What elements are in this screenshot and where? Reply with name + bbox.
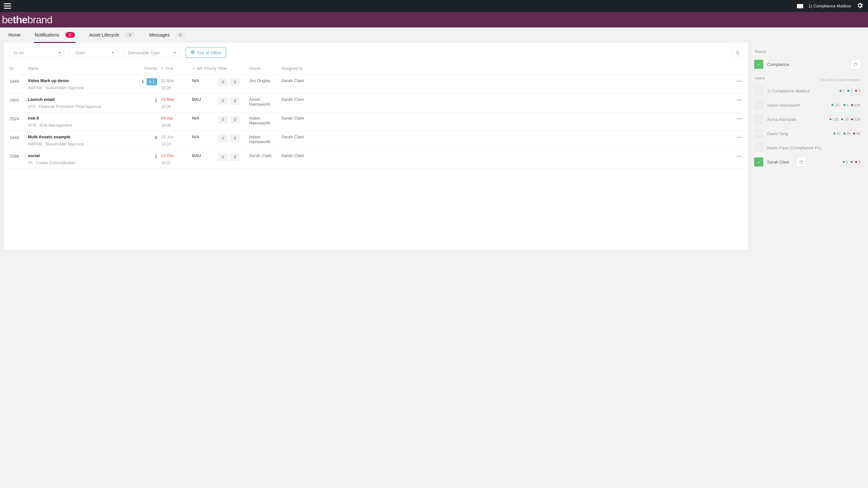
table-row[interactable]: 2524 risk 8 VCRRisk Management 04 Apr 18… [4,112,748,131]
team-select[interactable]: Team [70,47,118,58]
row-actions-icon[interactable]: ••• [726,134,742,140]
col-assigned[interactable]: Assigned to [281,66,330,71]
users-hint: Ctrl-click to select multiple [819,78,860,82]
row-code: VTA [28,104,35,109]
table-row[interactable]: 1848 Multi Assets example AWFANStakehold… [4,131,748,150]
row-id: 1848 [10,134,28,140]
col-time[interactable]: Time [218,66,249,71]
row-assigned: Sarah Clark [281,153,330,158]
col-due[interactable]: Due [161,66,192,71]
user-row[interactable]: 1) Compliance Mailbox 7 1 6 [754,84,860,98]
user-row[interactable]: David Tang 62 25 58 [754,126,860,140]
row-due: 12 Oct 10:22 [161,153,192,165]
tab-asset-lifecycle[interactable]: Asset Lifecycle 0 [89,28,135,43]
time-pill-a: 0 [218,78,228,86]
row-due: 04 Apr 18:00 [161,116,192,128]
user-row[interactable]: Adam Hainsworth 247 5 224 [754,98,860,112]
user-tick[interactable] [754,86,763,95]
col-id[interactable]: ID [10,66,28,71]
col-owner[interactable]: Owner [249,66,281,71]
table-body: 1849 Video Mark up demo AWFANStakeholder… [4,75,748,169]
row-name-cell: social TACreate CommsBuilder [28,153,138,165]
search-icon [736,51,740,55]
settings-gear-icon[interactable] [856,2,864,10]
flag-uk-icon[interactable] [797,4,803,8]
tab-notifications[interactable]: Notifications 5 [34,28,75,43]
teams-title: Teams [754,50,860,54]
col-name[interactable]: Name [28,66,138,71]
time-pill-b: 0 [230,153,240,161]
col-wf-priority[interactable]: WF Priority [192,66,218,71]
row-actions-icon[interactable]: ••• [726,97,742,102]
user-name: Asma Alshayeb [767,117,796,122]
calendar-icon [799,160,803,164]
row-actions-icon[interactable]: ••• [726,78,742,84]
row-priority: 1 [138,153,161,159]
asset-lifecycle-count-badge: 0 [125,32,135,38]
row-time: 0 0 [218,116,249,124]
row-actions-icon[interactable]: ••• [726,116,742,121]
users-title: Users [754,76,765,80]
row-wf-priority: N/A [192,116,218,121]
row-title: Launch email [28,97,138,102]
out-of-office-button[interactable]: Out of Office [186,47,226,58]
row-wf-priority: N/A [192,134,218,139]
time-pill-a: 0 [218,134,228,142]
team-calendar-button[interactable] [850,60,860,69]
user-tick[interactable] [754,143,763,152]
row-subtype: Financial Promotion Final Approval [38,104,101,109]
row-title: risk 8 [28,116,138,121]
tab-home[interactable]: Home [8,28,21,43]
row-time: 0 0 [218,153,249,161]
row-title: social [28,153,138,158]
user-tick[interactable] [754,157,763,166]
col-priority[interactable]: Priority [138,66,161,71]
team-tick[interactable] [754,60,763,69]
user-row[interactable]: Sarah Clark 5 3 [754,155,860,169]
check-icon [757,103,761,107]
main-tabs: Home Notifications 5 Asset Lifecycle 0 M… [0,28,868,43]
no-entry-icon [190,50,195,55]
top-bar: 1) Compliance Mailbox [0,0,868,12]
table-row[interactable]: 1801 Launch email VTAFinancial Promotion… [4,94,748,112]
notifications-panel: To do Team Deliverable Type Out of Offic… [4,43,748,250]
row-subtype: Stakeholder Approval [45,86,84,90]
time-pill-a: 0 [218,97,228,105]
user-tick[interactable] [754,129,763,138]
row-assigned: Sarah Clark [281,97,330,102]
row-owner: Jes Ongley [249,78,281,83]
row-time: 0 0 [218,78,249,86]
current-user-label[interactable]: 1) Compliance Mailbox [808,4,851,8]
hamburger-menu-icon[interactable] [0,3,15,9]
row-wf-priority: BAU [192,153,218,158]
user-name: 1) Compliance Mailbox [767,89,810,93]
user-row[interactable]: Asma Alshayeb 135 16 129 [754,112,860,126]
user-name: Karen Faux (Compliance FA) [767,145,822,150]
row-time: 0 0 [218,134,249,142]
status-select[interactable]: To do [9,47,65,58]
table-row[interactable]: 2596 social TACreate CommsBuilder 1 12 O… [4,150,748,169]
user-calendar-button[interactable] [797,157,806,167]
row-name-cell: Video Mark up demo AWFANStakeholder Appr… [28,78,138,90]
filters-row: To do Team Deliverable Type Out of Offic… [4,43,748,62]
deliverable-type-select[interactable]: Deliverable Type [124,47,180,58]
row-actions-icon[interactable]: ••• [726,153,742,159]
row-subtype: Risk Management [39,123,72,128]
user-row[interactable]: Karen Faux (Compliance FA) [754,140,860,155]
user-tick[interactable] [754,115,763,124]
table-row[interactable]: 1849 Video Mark up demo AWFANStakeholder… [4,75,748,94]
sort-asc-icon [161,67,164,70]
check-icon [757,132,761,136]
chevron-down-icon [58,51,61,55]
tab-messages[interactable]: Messages 0 [149,28,186,43]
brand-logo[interactable]: bethebrand [2,14,52,26]
check-icon [757,117,761,122]
user-tick[interactable] [754,100,763,109]
user-name: Adam Hainsworth [767,103,800,108]
chevron-down-icon [111,51,114,55]
time-pill-a: 0 [218,116,228,124]
row-code: AWFAN [28,142,42,147]
search-button[interactable] [733,47,743,58]
team-row-compliance[interactable]: Compliance [754,57,860,71]
row-due: 28 Mar 10:28 [161,97,192,109]
